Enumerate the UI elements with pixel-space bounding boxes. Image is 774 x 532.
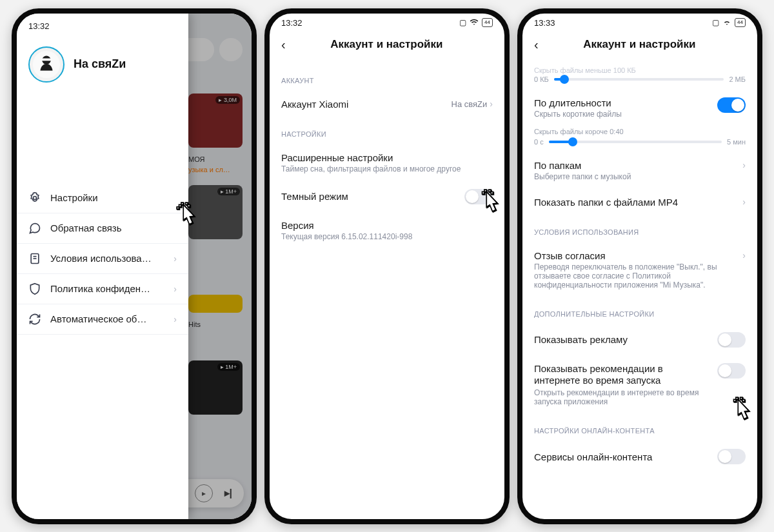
chevron-right-icon: ›: [742, 197, 746, 207]
drawer-item-label: Настройки: [50, 192, 177, 203]
drawer-item-label: Условия использова…: [50, 253, 164, 264]
back-button[interactable]: ‹: [531, 35, 541, 55]
slider-max-label: 5 мин: [727, 138, 746, 146]
drawer-item-terms[interactable]: Условия использова… ›: [17, 244, 188, 274]
row-dark-mode[interactable]: Темный режим: [281, 181, 493, 212]
drawer-item-feedback[interactable]: Обратная связь: [17, 213, 188, 244]
row-show-ads[interactable]: Показывать рекламу: [534, 324, 746, 355]
status-bar: 13:32: [17, 17, 188, 32]
row-version: Версия Текущая версия 6.15.02.111420i-99…: [281, 212, 493, 249]
drawer-item-privacy[interactable]: Политика конфиден… ›: [17, 274, 188, 304]
row-xiaomi-account[interactable]: Аккаунт Xiaomi На свяZи ›: [281, 91, 493, 117]
no-sim-icon: ▢: [712, 18, 719, 27]
feedback-icon: [28, 222, 41, 235]
slider-min-label: 0 КБ: [534, 75, 549, 83]
slider-caption: Скрыть файлы короче 0:40: [534, 128, 746, 135]
chevron-right-icon: ›: [174, 253, 177, 264]
play-count-badge: ▸ 1M+: [217, 363, 240, 371]
row-value: На свяZи: [452, 99, 488, 109]
clock-text: 13:32: [28, 21, 50, 31]
row-online-services[interactable]: Сервисы онлайн-контента: [534, 441, 746, 472]
row-label: По папкам: [534, 160, 631, 171]
phone-account-settings-screen: 13:32 ▢ 44 ‹ Аккаунт и настройки АККАУНТ…: [264, 8, 510, 524]
drawer-item-label: Политика конфиден…: [50, 283, 164, 294]
row-label: Темный режим: [281, 191, 348, 202]
row-sublabel: Текущая версия 6.15.02.111420i-998: [281, 232, 412, 241]
username-label: На свяZи: [74, 57, 126, 71]
slider-max-label: 2 МБ: [729, 75, 746, 83]
playlist-caption: Mas: [253, 320, 257, 328]
row-label: Отзыв согласия: [534, 250, 728, 261]
battery-indicator: 44: [735, 18, 746, 27]
online-services-toggle[interactable]: [717, 449, 746, 464]
file-size-slider[interactable]: 0 КБ 2 МБ: [534, 75, 746, 83]
row-label: По длительности: [534, 97, 622, 108]
svg-rect-4: [41, 58, 51, 61]
play-button-icon[interactable]: ▸: [195, 484, 213, 502]
no-sim-icon: ▢: [459, 18, 466, 27]
chevron-right-icon: ›: [742, 160, 746, 170]
settings-icon: [28, 192, 41, 204]
row-duration-filter[interactable]: По длительности Скрыть короткие файлы: [534, 90, 746, 126]
row-advanced-settings[interactable]: Расширенные настройки Таймер сна, фильтр…: [281, 144, 493, 181]
drawer-item-settings[interactable]: Настройки: [17, 183, 188, 213]
chevron-right-icon: ›: [490, 99, 493, 109]
row-sublabel: Таймер сна, фильтрация файлов и многое д…: [281, 164, 461, 173]
row-sublabel: Выберите папки с музыкой: [534, 172, 631, 181]
section-header-settings: НАСТРОЙКИ: [281, 130, 493, 138]
album-caption: МОЯ: [188, 155, 243, 163]
album-subcaption: узыка и сл…: [188, 166, 243, 173]
row-label: Расширенные настройки: [281, 152, 461, 163]
drawer-item-update[interactable]: Автоматическое об… ›: [17, 304, 188, 335]
row-label: Показать папки с файлами MP4: [534, 197, 678, 208]
chevron-right-icon: ›: [742, 250, 746, 261]
page-title: Аккаунт и настройки: [548, 38, 731, 51]
show-ads-toggle[interactable]: [717, 332, 746, 348]
row-show-recommendations[interactable]: Показывать рекомендации в интернете во в…: [534, 355, 746, 415]
album-card[interactable]: ▸ 1M+: [188, 360, 243, 415]
show-recs-toggle[interactable]: [717, 363, 746, 379]
row-label: Сервисы онлайн-контента: [534, 451, 652, 462]
duration-filter-toggle[interactable]: [717, 97, 746, 113]
profile-header[interactable]: На свяZи: [17, 32, 188, 106]
phone-drawer-screen: Показать все > ▸ 3,0M МОЯ узыка и сл… ▸ …: [12, 8, 257, 524]
duration-slider[interactable]: Скрыть файлы короче 0:40 0 с 5 мин: [534, 128, 746, 146]
drawer-item-label: Обратная связь: [50, 222, 177, 233]
row-label: Показывать рекламу: [534, 334, 628, 345]
playlist-tile[interactable]: [253, 295, 257, 313]
status-bar: 13:33 ▢ 44: [522, 14, 757, 30]
album-card[interactable]: ▸ 3,0M: [188, 94, 243, 148]
wifi-icon: [722, 17, 731, 28]
row-mp4-folders[interactable]: Показать папки с файлами MP4 ›: [534, 189, 746, 215]
row-label: Аккаунт Xiaomi: [281, 99, 348, 110]
battery-indicator: 44: [482, 18, 493, 27]
section-header-account: АККАУНТ: [281, 77, 493, 84]
row-by-folders[interactable]: По папкам Выберите папки с музыкой ›: [534, 152, 746, 189]
section-header-additional: ДОПОЛНИТЕЛЬНЫЕ НАСТРОЙКИ: [534, 310, 746, 318]
row-sublabel: Переводя переключатель в положение "Выкл…: [534, 262, 728, 290]
drawer-item-label: Автоматическое об…: [50, 313, 164, 324]
play-count-badge: ▸ 1M+: [217, 188, 240, 195]
page-title: Аккаунт и настройки: [295, 38, 479, 51]
clock-text: 13:32: [281, 18, 303, 28]
shield-icon: [28, 282, 41, 295]
album-card[interactable]: ▸ 1M+: [188, 185, 243, 239]
document-icon: [28, 252, 41, 265]
phone-advanced-settings-screen: 13:33 ▢ 44 ‹ Аккаунт и настройки Скрыть …: [517, 8, 762, 524]
hide-small-files-label: Скрыть файлы меньше 100 КБ: [522, 64, 757, 74]
back-button[interactable]: ‹: [279, 35, 288, 55]
playlist-tile[interactable]: [188, 295, 243, 313]
avatar: [28, 46, 64, 83]
dark-mode-toggle[interactable]: [464, 189, 493, 204]
play-count-badge: ▸ 3,0M: [215, 96, 240, 104]
row-label: Показывать рекомендации в интернете во в…: [534, 363, 702, 388]
clock-text: 13:33: [534, 18, 555, 28]
section-header-online: НАСТРОЙКИ ОНЛАЙН-КОНТЕНТА: [534, 427, 746, 435]
row-sublabel: Открыть рекомендации в интернете во врем…: [534, 388, 702, 406]
status-bar: 13:32 ▢ 44: [270, 14, 504, 30]
next-track-icon[interactable]: ▸|: [224, 487, 232, 499]
row-revoke-consent[interactable]: Отзыв согласия Переводя переключатель в …: [534, 242, 746, 297]
navigation-drawer: 13:32 На свяZи Настройки Обратная связь: [17, 14, 188, 519]
voice-search-button[interactable]: [219, 38, 243, 61]
chevron-right-icon: ›: [174, 314, 177, 324]
